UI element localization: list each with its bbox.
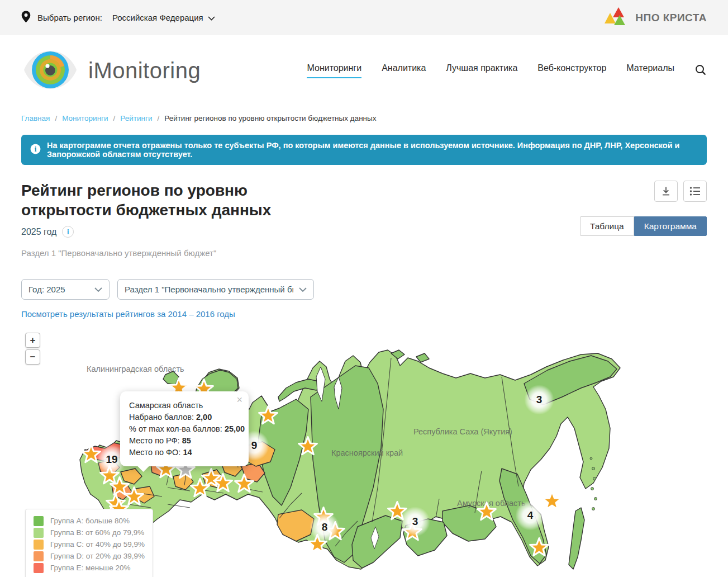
region-star-marker[interactable] bbox=[233, 472, 255, 495]
map-region-label: Красноярский край bbox=[331, 448, 403, 457]
imonitoring-logo[interactable]: iMonitoring bbox=[21, 48, 201, 94]
breadcrumb-current: Рейтинг регионов по уровню открытости бю… bbox=[164, 114, 376, 122]
region-star-marker[interactable] bbox=[541, 490, 563, 512]
download-icon bbox=[660, 186, 672, 197]
toggle-map-button[interactable]: Картограмма bbox=[634, 216, 707, 236]
map-region-label: Калининградская область bbox=[87, 365, 184, 373]
region-star-marker[interactable] bbox=[297, 435, 319, 457]
toggle-table-button[interactable]: Таблица bbox=[580, 216, 634, 236]
report-year: 2025 год bbox=[21, 227, 56, 237]
legend-swatch-b bbox=[34, 528, 44, 538]
close-icon[interactable]: × bbox=[236, 394, 242, 406]
tooltip-rf-rank-row: Место по РФ: 85 bbox=[129, 435, 240, 447]
nav-best-practice[interactable]: Лучшая практика bbox=[446, 63, 517, 78]
header: iMonitoring Мониторинги Аналитика Лучшая… bbox=[0, 35, 728, 106]
legend-swatch-a bbox=[34, 516, 44, 526]
tooltip-region-name: Самарская область bbox=[129, 400, 240, 412]
year-select-value: Год: 2025 bbox=[28, 285, 65, 294]
svg-text:i: i bbox=[35, 145, 37, 153]
map-canvas[interactable]: + − Калининградская областьРеспублика Са… bbox=[0, 325, 728, 577]
legend-group-b: Группа B: от 60% до 79,9% bbox=[34, 527, 145, 538]
imonitoring-eye-icon bbox=[21, 48, 79, 94]
list-icon bbox=[689, 186, 701, 196]
zoom-in-button[interactable]: + bbox=[25, 333, 40, 348]
map-zoom-controls: + − bbox=[25, 333, 40, 365]
section-select[interactable]: Раздел 1 "Первоначально утвержденный бю bbox=[117, 279, 314, 300]
breadcrumb: Главная/ Мониторинги/ Рейтинги/ Рейтинг … bbox=[0, 114, 728, 122]
chevron-down-icon bbox=[208, 13, 215, 22]
legend-swatch-e bbox=[34, 563, 44, 573]
year-info-icon[interactable]: i bbox=[62, 226, 74, 238]
legend-group-d: Группа D: от 20% до 39,9% bbox=[34, 550, 145, 562]
region-star-marker[interactable] bbox=[257, 404, 279, 427]
cluster-badge[interactable]: 3 bbox=[400, 507, 430, 537]
map-region-label: Республика Саха (Якутия) bbox=[413, 427, 512, 436]
legend-group-c: Группа C: от 40% до 59,9% bbox=[34, 538, 145, 550]
nav-monitorings[interactable]: Мониторинги bbox=[307, 63, 361, 78]
breadcrumb-ratings[interactable]: Рейтинги bbox=[120, 114, 152, 122]
tooltip-fo-rank-row: Место по ФО: 14 bbox=[129, 447, 240, 458]
location-pin-icon bbox=[21, 11, 31, 25]
region-selector[interactable]: Российская Федерация bbox=[112, 13, 215, 22]
region-star-marker[interactable] bbox=[528, 536, 550, 559]
krista-logo[interactable]: НПО КРИСТА bbox=[604, 6, 707, 30]
info-banner-text: На картограмме отчета отражены только те… bbox=[47, 141, 698, 159]
legend-swatch-d bbox=[34, 551, 44, 561]
tooltip-score-row: Набрано баллов: 2,00 bbox=[129, 412, 240, 423]
legend-swatch-c bbox=[34, 540, 44, 550]
report-subtitle: Раздел 1 "Первоначально утвержденный бюд… bbox=[21, 248, 334, 258]
topbar: Выбрать регион: Российская Федерация НПО… bbox=[0, 0, 728, 35]
nav-analytics[interactable]: Аналитика bbox=[382, 63, 426, 78]
view-toggle: Таблица Картограмма bbox=[580, 216, 707, 236]
breadcrumb-home[interactable]: Главная bbox=[21, 114, 50, 122]
region-star-marker[interactable] bbox=[475, 500, 498, 523]
search-icon[interactable] bbox=[694, 64, 707, 78]
nav-materials[interactable]: Материалы bbox=[626, 63, 674, 78]
imonitoring-logo-text: iMonitoring bbox=[88, 58, 201, 83]
main-nav: Мониторинги Аналитика Лучшая практика Ве… bbox=[307, 63, 707, 78]
tooltip-percent-row: % от max кол-ва баллов: 25,00 bbox=[129, 423, 240, 435]
chevron-down-icon bbox=[299, 285, 307, 294]
select-region-label: Выбрать регион: bbox=[37, 13, 102, 22]
info-banner: i На картограмме отчета отражены только … bbox=[21, 135, 707, 165]
page-title: Рейтинг регионов по уровню открытости бю… bbox=[21, 181, 334, 220]
chevron-down-icon bbox=[94, 285, 102, 294]
region-star-marker[interactable] bbox=[212, 472, 234, 494]
list-view-button[interactable] bbox=[683, 181, 707, 202]
breadcrumb-monitorings[interactable]: Мониторинги bbox=[62, 114, 108, 122]
region-tooltip: × Самарская область Набрано баллов: 2,00… bbox=[120, 391, 249, 466]
zoom-out-button[interactable]: − bbox=[25, 349, 40, 365]
download-button[interactable] bbox=[654, 181, 678, 202]
cluster-badge[interactable]: 3 bbox=[524, 385, 554, 415]
cluster-badge[interactable]: 8 bbox=[310, 512, 340, 542]
cluster-badge[interactable]: 4 bbox=[515, 500, 545, 531]
title-section: Рейтинг регионов по уровню открытости бю… bbox=[0, 181, 728, 258]
nav-web-constructor[interactable]: Веб-конструктор bbox=[537, 63, 606, 78]
legend-group-e: Группа E: меньше 20% bbox=[34, 562, 145, 574]
region-selector-value: Российская Федерация bbox=[112, 13, 203, 22]
section-select-value: Раздел 1 "Первоначально утвержденный бю bbox=[125, 285, 293, 294]
history-results-link[interactable]: Посмотреть результаты рейтингов за 2014 … bbox=[21, 309, 235, 319]
krista-logo-text: НПО КРИСТА bbox=[635, 12, 707, 24]
year-select[interactable]: Год: 2025 bbox=[21, 279, 110, 300]
krista-triangles-icon bbox=[604, 6, 630, 30]
filters: Год: 2025 Раздел 1 "Первоначально утверж… bbox=[0, 279, 728, 300]
info-icon: i bbox=[30, 144, 41, 156]
map-legend: Группа A: больше 80% Группа B: от 60% до… bbox=[25, 509, 153, 577]
legend-group-a: Группа A: больше 80% bbox=[34, 515, 145, 527]
